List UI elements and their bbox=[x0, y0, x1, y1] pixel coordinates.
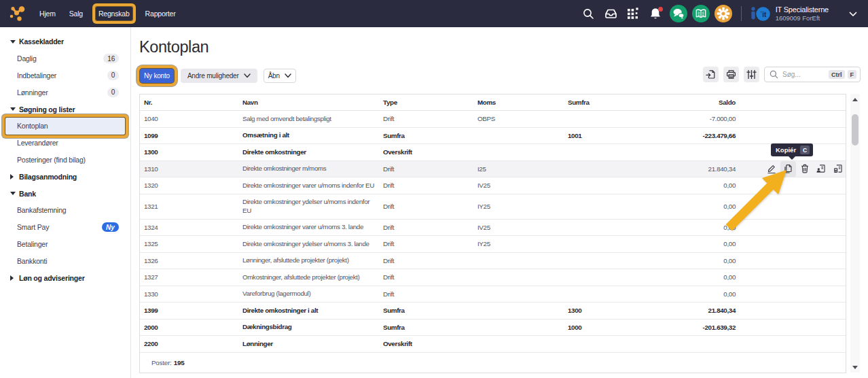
cell-navn: Lønninger bbox=[238, 340, 379, 349]
column-header-sumfra[interactable]: Sumfra bbox=[564, 99, 648, 106]
cell-nr: 1326 bbox=[140, 257, 238, 264]
count-badge: 0 bbox=[107, 71, 119, 80]
table-row-1325[interactable]: 1325Direkte omkostninger ydelser u/moms … bbox=[140, 236, 846, 253]
search-input[interactable] bbox=[782, 71, 826, 78]
cell-type: Sumfra bbox=[379, 307, 473, 314]
sidebar-section-l-n-og-adviseringer[interactable]: Løn og adviseringer bbox=[0, 269, 130, 286]
topbar-divider bbox=[741, 6, 742, 21]
new-account-button[interactable]: Ny konto bbox=[140, 69, 174, 83]
apps-button[interactable] bbox=[625, 5, 642, 22]
table-search[interactable]: Ctrl F bbox=[764, 67, 861, 82]
sidebar-item-leverand-rer[interactable]: Leverandører bbox=[0, 135, 130, 152]
column-header-navn[interactable]: Navn bbox=[238, 99, 379, 106]
table-row-1300[interactable]: 1300Direkte omkostningerOverskrift bbox=[140, 144, 846, 161]
sidebar-item-kontoplan[interactable]: Kontoplan bbox=[5, 118, 125, 135]
budget-icon bbox=[833, 163, 844, 174]
cell-navn: Direkte omkostninger bbox=[238, 148, 379, 157]
table-row-2000[interactable]: 2000DækningsbidragSumfra1000-201.639,32 bbox=[140, 320, 846, 337]
nav-item-hjem[interactable]: Hjem bbox=[37, 7, 58, 20]
sliders-icon bbox=[746, 69, 757, 80]
sidebar-section-s-gning-og-lister[interactable]: Søgning og lister bbox=[0, 101, 130, 118]
cell-moms: I25 bbox=[473, 165, 564, 173]
cell-navn: Vareforbrug (lagermodul) bbox=[238, 290, 379, 298]
app-window: HjemSalgRegnskabRapporter bbox=[0, 0, 868, 378]
cell-saldo: 0,00 bbox=[648, 203, 741, 210]
open-button[interactable]: Åbn bbox=[264, 69, 296, 83]
table-scrollbar[interactable] bbox=[850, 94, 860, 373]
table-row-1310[interactable]: 1310Direkte omkostninger m/momsDriftI252… bbox=[140, 161, 846, 178]
sidebar-item-daglig[interactable]: Daglig16 bbox=[0, 50, 130, 67]
copy-icon bbox=[782, 163, 793, 174]
cell-type: Drift bbox=[379, 165, 473, 173]
cell-navn: Direkte omkostninger m/moms bbox=[238, 165, 379, 173]
cell-navn: Direkte omkostninger varer u/moms 3. lan… bbox=[238, 223, 379, 232]
budget-button[interactable] bbox=[830, 161, 846, 177]
table-row-1040[interactable]: 1040Salg med omvendt betalingspligtDrift… bbox=[140, 111, 846, 128]
column-header-type[interactable]: Type bbox=[379, 99, 473, 106]
nav-item-rapporter[interactable]: Rapporter bbox=[143, 7, 179, 20]
cell-nr: 1099 bbox=[140, 132, 238, 139]
export-file-icon bbox=[705, 69, 717, 80]
notifications-button[interactable] bbox=[647, 5, 664, 22]
cell-saldo: 21.840,34 bbox=[648, 307, 741, 314]
more-options-button[interactable]: Andre muligheder bbox=[181, 69, 257, 83]
cell-saldo: -201.639,32 bbox=[648, 324, 741, 331]
table-row-1321[interactable]: 1321Direkte omkostninger ydelser u/moms … bbox=[140, 194, 846, 220]
edit-row-button[interactable] bbox=[763, 161, 779, 177]
chat-support-button[interactable] bbox=[670, 5, 687, 22]
account-card-button[interactable] bbox=[814, 161, 829, 177]
cell-navn: Omkostninger, afsluttede projekter (proj… bbox=[238, 273, 379, 282]
sidebar-item-bankafstemning[interactable]: Bankafstemning bbox=[0, 202, 130, 219]
column-header-moms[interactable]: Moms bbox=[473, 99, 564, 106]
sidebar-item-posteringer-find-bilag-[interactable]: Posteringer (find bilag) bbox=[0, 152, 130, 169]
sidebar-item-betalinger[interactable]: Betalinger bbox=[0, 236, 130, 253]
column-settings-button[interactable] bbox=[744, 67, 759, 82]
account-chevron-icon[interactable] bbox=[849, 7, 857, 20]
sidebar-item-smart-pay[interactable]: Smart PayNy bbox=[0, 219, 130, 236]
sidebar-section-kassekladder[interactable]: Kassekladder bbox=[0, 33, 130, 50]
sidebar-item-l-nninger[interactable]: Lønninger0 bbox=[0, 84, 130, 101]
inbox-button[interactable] bbox=[602, 5, 619, 22]
table-row-2200[interactable]: 2200LønningerOverskrift bbox=[140, 336, 846, 353]
count-badge: 16 bbox=[103, 54, 119, 63]
delete-row-button[interactable] bbox=[797, 161, 812, 177]
table-row-1399[interactable]: 1399Direkte omkostninger i altSumfra1300… bbox=[140, 303, 846, 320]
scrollbar-thumb[interactable] bbox=[852, 114, 858, 145]
copy-row-button[interactable] bbox=[780, 161, 796, 177]
copy-tooltip: Kopiér C bbox=[771, 143, 813, 156]
print-button[interactable] bbox=[723, 67, 739, 82]
sidebar: KassekladderDaglig16Indbetalinger0Lønnin… bbox=[0, 27, 131, 378]
cell-nr: 2000 bbox=[140, 324, 238, 331]
cell-saldo: 0,00 bbox=[648, 224, 741, 231]
scroll-down-button[interactable] bbox=[850, 362, 860, 372]
table-row-1327[interactable]: 1327Omkostninger, afsluttede projekter (… bbox=[140, 269, 846, 286]
help-book-button[interactable] bbox=[692, 5, 710, 22]
sidebar-section-bilagsanmodning[interactable]: Bilagsanmodning bbox=[0, 168, 130, 185]
nav-item-regnskab[interactable]: Regnskab bbox=[96, 7, 132, 20]
sidebar-item-bankkonti[interactable]: Bankkonti bbox=[0, 252, 130, 269]
triangle-right-icon bbox=[10, 174, 14, 179]
column-header-saldo[interactable]: Saldo bbox=[648, 99, 741, 106]
sidebar-item-indbetalinger[interactable]: Indbetalinger0 bbox=[0, 67, 130, 84]
table-row-1099[interactable]: 1099Omsætning i altSumfra1001-223.479,66 bbox=[140, 128, 846, 145]
cell-type: Overskrift bbox=[379, 148, 473, 156]
sidebar-section-bank[interactable]: Bank bbox=[0, 185, 130, 202]
settings-button[interactable] bbox=[715, 5, 732, 22]
cell-saldo: 21.840,34 bbox=[648, 165, 741, 173]
table-row-1320[interactable]: 1320Direkte omkostninger varer u/moms in… bbox=[140, 177, 846, 194]
column-header-nr[interactable]: Nr. bbox=[140, 99, 238, 106]
cell-nr: 1310 bbox=[140, 165, 238, 173]
account-menu[interactable]: ʿit IT Specialisterne 1609009 ForEft bbox=[750, 3, 868, 24]
app-logo-icon[interactable] bbox=[8, 1, 27, 26]
table-row-1324[interactable]: 1324Direkte omkostninger varer u/moms 3.… bbox=[140, 220, 846, 237]
main-content: Kontoplan Ny konto Andre muligheder Åbn bbox=[132, 27, 868, 378]
table-row-1330[interactable]: 1330Vareforbrug (lagermodul)Drift0,00 bbox=[140, 286, 846, 303]
cell-sumfra: 1300 bbox=[564, 307, 648, 314]
cell-moms: IV25 bbox=[473, 224, 564, 231]
scroll-up-button[interactable] bbox=[850, 94, 860, 104]
export-button[interactable] bbox=[703, 67, 719, 82]
global-search-button[interactable] bbox=[580, 5, 597, 22]
nav-item-salg[interactable]: Salg bbox=[67, 7, 86, 20]
table-row-1326[interactable]: 1326Lønninger, afsluttede projekter (pro… bbox=[140, 253, 846, 270]
open-book-icon bbox=[693, 6, 708, 21]
